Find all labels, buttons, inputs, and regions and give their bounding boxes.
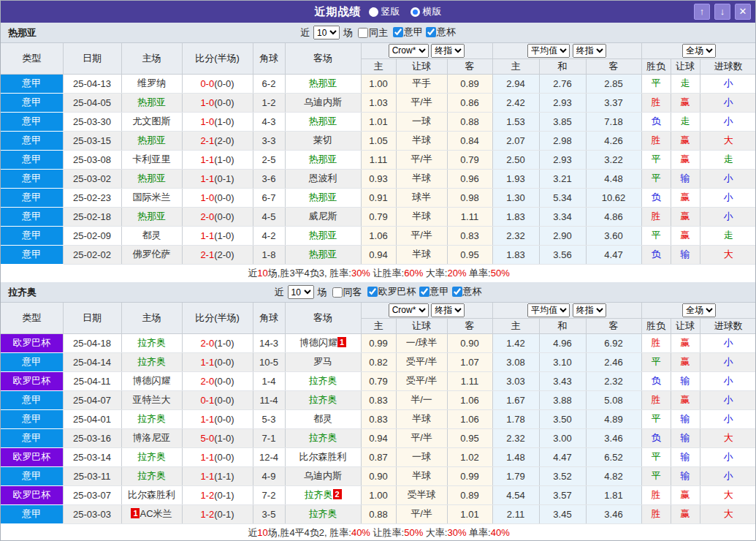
league-badge: 欧罗巴杯	[1, 371, 63, 390]
team-section: 热那亚 近 10 场 同主 意甲意杯	[1, 23, 755, 282]
score-cell: 1-1(0-1)	[182, 169, 253, 188]
scroll-up-button[interactable]: ↑	[694, 4, 710, 20]
result-goals: 走	[700, 150, 756, 169]
bookmaker-select[interactable]: Crow*	[389, 303, 429, 317]
odds-handicap: 受平/半	[396, 352, 447, 371]
unit-label: 场	[343, 26, 353, 39]
corner-count: 5-3	[253, 409, 285, 428]
league-checkbox[interactable]	[393, 27, 403, 37]
radio-horizontal-layout[interactable]: 横版	[411, 5, 442, 18]
result-winloss: 负	[641, 245, 671, 264]
average-select[interactable]: 平均值	[527, 303, 570, 317]
same-venue-checkbox[interactable]	[332, 287, 343, 298]
league-checkbox[interactable]	[419, 287, 429, 297]
league-filter-group: 意甲意杯	[390, 26, 456, 39]
away-team: 都灵	[285, 409, 361, 428]
fulltime-select[interactable]: 全场	[682, 44, 716, 58]
odds-away: 1.06	[447, 409, 492, 428]
result-handicap: 赢	[671, 333, 700, 352]
home-team: 拉齐奥	[121, 466, 182, 485]
away-team: 拉齐奥	[285, 390, 361, 409]
league-badge: 意甲	[1, 466, 63, 485]
score-cell: 1-1(1-0)	[182, 226, 253, 245]
odds-home: 1.05	[361, 131, 396, 150]
odds-handicap: 平/半	[396, 93, 447, 112]
final-odds-select-1[interactable]: 终指	[431, 303, 465, 317]
match-row: 意甲25-03-30尤文图斯1-0(1-0)4-3热那亚1.01一球0.881.…	[1, 112, 756, 131]
sub-header-handicap: 让球	[396, 318, 447, 333]
fulltime-select[interactable]: 全场	[682, 303, 716, 317]
score-cell: 1-1(0-0)	[182, 447, 253, 466]
title-bar: 近期战绩 竖版 横版 ↑ ↓ ✕	[1, 1, 755, 23]
result-handicap: 走	[671, 74, 700, 93]
team-section: 拉齐奥 近 10 场 同客 欧罗巴杯意甲意杯	[1, 282, 755, 541]
same-venue-checkbox-label[interactable]: 同客	[329, 286, 362, 299]
final-odds-select-2[interactable]: 终指	[573, 44, 606, 58]
league-checkbox[interactable]	[367, 287, 378, 297]
avg-draw: 3.10	[539, 352, 586, 371]
avg-away: 6.52	[586, 447, 641, 466]
final-odds-select-1[interactable]: 终指	[431, 44, 465, 58]
league-checkbox-label[interactable]: 意甲	[416, 285, 449, 298]
away-team: 热那亚	[285, 226, 361, 245]
odds-handicap: 一球	[396, 447, 447, 466]
avg-away: 4.82	[586, 466, 641, 485]
away-team: 博德闪耀1	[285, 333, 361, 352]
bookmaker-select[interactable]: Crow*	[389, 44, 429, 58]
radio-vertical-icon[interactable]	[369, 7, 378, 17]
odds-away: 0.79	[447, 150, 492, 169]
away-team: 拉齐奥	[285, 371, 361, 390]
league-checkbox-label[interactable]: 意甲	[390, 26, 423, 39]
result-goals: 走	[700, 226, 756, 245]
odds-handicap: 半/一	[396, 390, 447, 409]
home-team: 热那亚	[121, 131, 182, 150]
corner-count: 1-2	[253, 93, 285, 112]
same-venue-checkbox-label[interactable]: 同主	[355, 26, 388, 39]
corner-count: 6-7	[253, 188, 285, 207]
match-count-select[interactable]: 10	[288, 285, 314, 299]
league-checkbox-label[interactable]: 欧罗巴杯	[364, 285, 416, 298]
match-row: 意甲25-02-23国际米兰1-0(0-0)6-7热那亚0.91球半0.981.…	[1, 188, 756, 207]
sub-header-avg-home: 主	[492, 58, 539, 74]
league-badge: 意甲	[1, 93, 63, 112]
result-handicap: 输	[671, 428, 700, 447]
score-cell: 1-1(1-1)	[182, 466, 253, 485]
league-checkbox-label[interactable]: 意杯	[423, 26, 456, 39]
away-card-badge: 1	[337, 337, 346, 347]
fulltime-group-header: 全场	[641, 43, 756, 58]
result-winloss: 胜	[641, 131, 671, 150]
average-select[interactable]: 平均值	[527, 44, 570, 58]
corner-count: 7-1	[253, 428, 285, 447]
match-date: 25-04-11	[63, 371, 121, 390]
col-header-date: 日期	[63, 303, 121, 333]
league-checkbox-label[interactable]: 意杯	[449, 285, 482, 298]
avg-draw: 3.45	[539, 504, 586, 523]
avg-away: 3.46	[586, 504, 641, 523]
avg-away: 5.08	[586, 390, 641, 409]
radio-horizontal-icon[interactable]	[411, 7, 420, 17]
team-name: 热那亚	[8, 26, 37, 39]
odds-handicap: 平/半	[396, 428, 447, 447]
league-checkbox[interactable]	[452, 287, 462, 297]
radio-vertical-layout[interactable]: 竖版	[369, 5, 400, 18]
odds-away: 1.06	[447, 390, 492, 409]
result-handicap: 赢	[671, 131, 700, 150]
match-count-select[interactable]: 10	[313, 26, 340, 39]
avg-home: 1.83	[492, 245, 539, 264]
same-venue-checkbox[interactable]	[358, 28, 368, 38]
result-handicap: 赢	[671, 226, 700, 245]
avg-home: 3.08	[492, 352, 539, 371]
odds-home: 0.82	[361, 352, 396, 371]
home-team: 比尔森胜利	[121, 485, 182, 504]
final-odds-select-2[interactable]: 终指	[573, 303, 606, 317]
match-row: 意甲25-03-16博洛尼亚5-0(1-0)7-1拉齐奥0.94平/半0.952…	[1, 428, 756, 447]
score-cell: 2-1(2-0)	[182, 131, 253, 150]
result-handicap: 赢	[671, 188, 700, 207]
result-winloss: 平	[641, 74, 671, 93]
close-button[interactable]: ✕	[735, 4, 751, 20]
result-handicap: 赢	[671, 150, 700, 169]
away-team: 热那亚	[285, 188, 361, 207]
scroll-down-button[interactable]: ↓	[714, 4, 730, 20]
league-checkbox[interactable]	[426, 27, 436, 37]
league-badge: 意甲	[1, 150, 63, 169]
